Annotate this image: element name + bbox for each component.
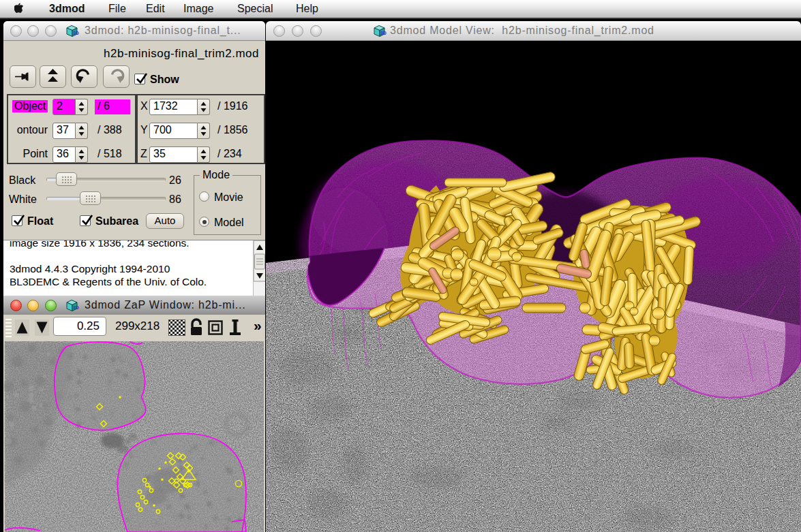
svg-text:3D: 3D <box>73 305 79 310</box>
svg-text:3D: 3D <box>73 31 79 35</box>
svg-text:3D: 3D <box>380 31 387 35</box>
